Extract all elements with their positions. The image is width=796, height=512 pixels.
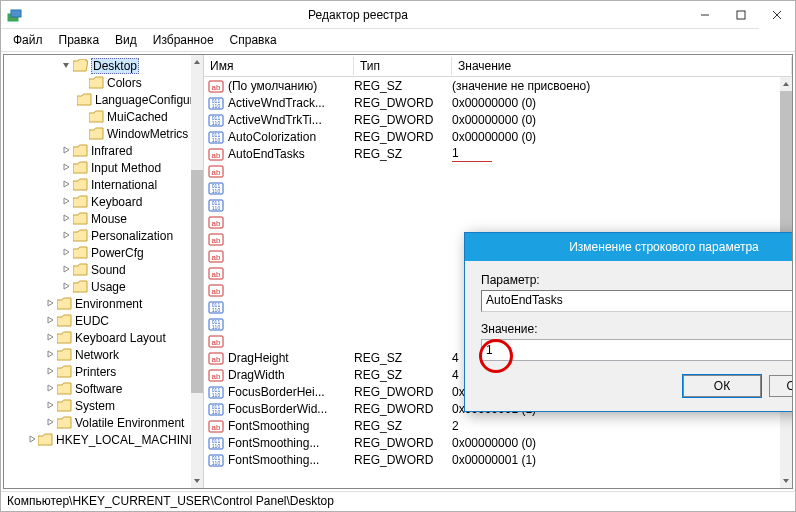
tree-node[interactable]: Infrared: [4, 142, 191, 159]
expand-icon[interactable]: [60, 281, 72, 293]
folder-icon: [73, 59, 88, 72]
tree-node[interactable]: Volatile Environment: [4, 414, 191, 431]
string-value-icon: ab: [208, 146, 224, 162]
folder-icon: [73, 161, 88, 174]
tree-node[interactable]: MuiCached: [4, 108, 191, 125]
expand-icon[interactable]: [60, 213, 72, 225]
col-value[interactable]: Значение: [452, 57, 792, 75]
expand-icon[interactable]: [44, 332, 56, 344]
tree-scrollbar[interactable]: [191, 55, 203, 488]
svg-text:ab: ab: [212, 270, 221, 279]
tree-node[interactable]: Desktop: [4, 57, 191, 74]
expand-icon[interactable]: [44, 383, 56, 395]
col-type[interactable]: Тип: [354, 57, 452, 75]
scroll-up-icon[interactable]: [780, 77, 792, 91]
expand-icon[interactable]: [60, 162, 72, 174]
expand-icon[interactable]: [44, 315, 56, 327]
maximize-button[interactable]: [723, 1, 759, 29]
dialog-title: Изменение строкового параметра: [465, 233, 792, 261]
tree-node[interactable]: Software: [4, 380, 191, 397]
ok-button[interactable]: ОК: [683, 375, 761, 397]
tree-node[interactable]: Colors: [4, 74, 191, 91]
tree-node[interactable]: Keyboard Layout: [4, 329, 191, 346]
expand-icon[interactable]: [44, 298, 56, 310]
menubar: Файл Правка Вид Избранное Справка: [1, 29, 795, 52]
tree-node[interactable]: Usage: [4, 278, 191, 295]
tree-node[interactable]: System: [4, 397, 191, 414]
menu-edit[interactable]: Правка: [53, 31, 106, 49]
edit-string-dialog: Изменение строкового параметра Параметр:…: [464, 232, 792, 412]
value-row[interactable]: 011110FontSmoothing...REG_DWORD0x0000000…: [204, 434, 780, 451]
tree-node[interactable]: HKEY_LOCAL_MACHINE: [4, 431, 191, 448]
menu-file[interactable]: Файл: [7, 31, 49, 49]
tree-node[interactable]: PowerCfg: [4, 244, 191, 261]
tree-node[interactable]: Input Method: [4, 159, 191, 176]
tree-node[interactable]: Printers: [4, 363, 191, 380]
expand-icon[interactable]: [44, 417, 56, 429]
expand-icon[interactable]: [60, 179, 72, 191]
value-name: DragHeight: [228, 351, 354, 365]
value-row[interactable]: 011110ActiveWndTrkTi...REG_DWORD0x000000…: [204, 111, 780, 128]
tree-node-label: Environment: [75, 297, 142, 311]
tree-node[interactable]: Mouse: [4, 210, 191, 227]
svg-text:ab: ab: [212, 83, 221, 92]
expand-icon[interactable]: [60, 145, 72, 157]
folder-icon: [57, 416, 72, 429]
folder-icon: [57, 382, 72, 395]
tree-node[interactable]: EUDC: [4, 312, 191, 329]
value-row[interactable]: abAutoEndTasksREG_SZ1: [204, 145, 780, 162]
no-expand: [76, 77, 88, 89]
value-row[interactable]: 011110FontSmoothing...REG_DWORD0x0000000…: [204, 451, 780, 468]
scroll-up-icon[interactable]: [191, 55, 203, 69]
tree-node[interactable]: LanguageConfiguration: [4, 91, 191, 108]
tree-node[interactable]: Sound: [4, 261, 191, 278]
svg-rect-1: [11, 10, 21, 17]
value-data: 1: [452, 146, 780, 162]
expand-icon[interactable]: [44, 400, 56, 412]
registry-tree[interactable]: DesktopColorsLanguageConfigurationMuiCac…: [4, 55, 191, 450]
svg-text:110: 110: [212, 120, 221, 126]
close-button[interactable]: [759, 1, 795, 29]
minimize-button[interactable]: [687, 1, 723, 29]
expand-icon[interactable]: [60, 230, 72, 242]
tree-node[interactable]: Environment: [4, 295, 191, 312]
collapse-icon[interactable]: [60, 60, 72, 72]
expand-icon[interactable]: [44, 349, 56, 361]
expand-icon[interactable]: [60, 264, 72, 276]
tree-node[interactable]: International: [4, 176, 191, 193]
value-row[interactable]: ab: [204, 213, 780, 230]
svg-text:ab: ab: [212, 355, 221, 364]
window-buttons: [687, 1, 795, 29]
value-input[interactable]: [481, 339, 792, 361]
value-row[interactable]: 011110: [204, 196, 780, 213]
col-name[interactable]: Имя: [204, 57, 354, 75]
value-row[interactable]: abFontSmoothingREG_SZ2: [204, 417, 780, 434]
value-row[interactable]: 011110AutoColorizationREG_DWORD0x0000000…: [204, 128, 780, 145]
svg-text:ab: ab: [212, 168, 221, 177]
tree-node-label: LanguageConfiguration: [95, 93, 191, 107]
expand-icon[interactable]: [28, 434, 37, 446]
folder-icon: [73, 246, 88, 259]
value-row[interactable]: 011110ActiveWndTrack...REG_DWORD0x000000…: [204, 94, 780, 111]
folder-icon: [73, 280, 88, 293]
binary-value-icon: 011110: [208, 112, 224, 128]
expand-icon[interactable]: [60, 247, 72, 259]
value-row[interactable]: ab(По умолчанию)REG_SZ(значение не присв…: [204, 77, 780, 94]
value-row[interactable]: ab: [204, 162, 780, 179]
tree-node[interactable]: WindowMetrics: [4, 125, 191, 142]
expand-icon[interactable]: [44, 366, 56, 378]
tree-node[interactable]: Network: [4, 346, 191, 363]
scroll-down-icon[interactable]: [191, 474, 203, 488]
folder-icon: [89, 76, 104, 89]
value-row[interactable]: 011110: [204, 179, 780, 196]
menu-view[interactable]: Вид: [109, 31, 143, 49]
tree-node[interactable]: Keyboard: [4, 193, 191, 210]
menu-help[interactable]: Справка: [224, 31, 283, 49]
expand-icon[interactable]: [60, 196, 72, 208]
menu-favorites[interactable]: Избранное: [147, 31, 220, 49]
tree-node-label: Printers: [75, 365, 116, 379]
cancel-button[interactable]: Отмена: [769, 375, 792, 397]
value-type: REG_SZ: [354, 419, 452, 433]
scroll-down-icon[interactable]: [780, 474, 792, 488]
tree-node[interactable]: Personalization: [4, 227, 191, 244]
